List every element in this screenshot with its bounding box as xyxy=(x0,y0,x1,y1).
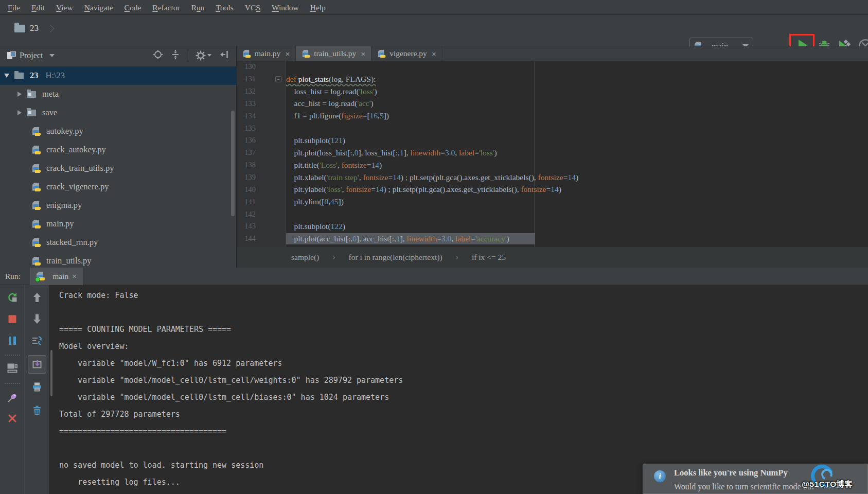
tab-label: vigenere.py xyxy=(389,49,427,58)
console-scrollbar[interactable] xyxy=(50,350,52,396)
breadcrumb-separator-icon: › xyxy=(332,253,335,262)
folder-icon xyxy=(27,110,36,116)
code-line-138: 138 plt.title('Loss', fontsize=14) xyxy=(237,159,868,171)
menu-item-navigate[interactable]: Navigate xyxy=(79,0,119,15)
project-view-select[interactable]: Project xyxy=(7,51,55,60)
run-console[interactable]: Crack mode: False===== COUNTING MODEL PA… xyxy=(49,285,868,494)
menu-item-file[interactable]: File xyxy=(2,0,26,15)
breadcrumb-item-2[interactable]: if ix <= 25 xyxy=(472,253,506,262)
menu-item-window[interactable]: Window xyxy=(266,0,305,15)
settings-gear-button[interactable] xyxy=(196,50,211,61)
pin-tab-button[interactable] xyxy=(7,392,18,403)
tree-item-crack-vigenere-py[interactable]: crack_vigenere.py xyxy=(0,178,236,196)
editor-tab-main-py[interactable]: main.py× xyxy=(237,46,296,61)
menu-item-help[interactable]: Help xyxy=(305,0,331,15)
code-text: plt.ylim([0,45]) xyxy=(286,197,344,206)
collapse-all-button[interactable] xyxy=(170,49,181,62)
editor-tab-vigenere-py[interactable]: vigenere.py× xyxy=(371,46,442,61)
tab-close-icon[interactable]: × xyxy=(361,49,365,58)
chevron-down-icon[interactable] xyxy=(49,54,55,57)
folder-icon xyxy=(14,73,24,79)
clear-all-button[interactable] xyxy=(31,404,43,416)
code-text: plt.title('Loss', fontsize=14) xyxy=(286,161,382,170)
fold-icon[interactable]: − xyxy=(275,76,281,82)
tab-close-icon[interactable]: × xyxy=(432,49,436,58)
menu-item-view[interactable]: View xyxy=(50,0,79,15)
tab-label: train_utils.py xyxy=(314,49,356,58)
menu-item-refactor[interactable]: Refactor xyxy=(147,0,185,15)
run-tab-label: main xyxy=(52,272,68,281)
code-editor[interactable]: 130131−def plot_stats(log, FLAGS):132 lo… xyxy=(237,61,868,247)
tree-item-train-utils-py[interactable]: train_utils.py xyxy=(0,252,236,268)
code-line-139: 139 plt.xlabel('train step', fontsize=14… xyxy=(237,171,868,184)
expand-arrow-icon[interactable] xyxy=(17,110,22,115)
console-line: variable "model/model_cell0/lstm_cell/we… xyxy=(59,372,868,389)
tree-item-crack-autokey-py[interactable]: crack_autokey.py xyxy=(0,140,236,159)
collapse-arrow-icon[interactable] xyxy=(4,74,9,78)
menu-bar: FileEditViewNavigateCodeRefactorRunTools… xyxy=(0,0,868,15)
expand-arrow-icon[interactable] xyxy=(17,92,22,97)
print-button[interactable] xyxy=(31,381,43,393)
restore-layout-button[interactable] xyxy=(7,362,18,374)
navigation-crumb[interactable]: 23 xyxy=(30,23,39,33)
menu-item-edit[interactable]: Edit xyxy=(26,0,50,15)
project-tree: 23H:\23metasaveautokey.pycrack_autokey.p… xyxy=(0,66,236,268)
watermark-text: @51CTO博客 xyxy=(802,479,853,490)
tree-item-label: 23 xyxy=(30,70,39,81)
python-file-icon xyxy=(32,164,41,173)
tree-item-stacked-rnn-py[interactable]: stacked_rnn.py xyxy=(0,233,236,252)
editor-tab-train-utils-py[interactable]: train_utils.py× xyxy=(296,46,371,61)
close-panel-button[interactable] xyxy=(7,413,18,424)
breadcrumb-item-1[interactable]: for i in range(len(ciphertext)) xyxy=(349,253,442,262)
python-file-icon xyxy=(32,183,41,191)
editor-area: main.py×train_utils.py×vigenere.py× 1301… xyxy=(237,46,868,268)
toolbar-separator xyxy=(188,51,188,60)
scroll-to-end-button[interactable] xyxy=(28,355,46,374)
run-toolbar-right xyxy=(25,285,49,494)
line-number: 132 xyxy=(237,87,256,96)
menu-item-run[interactable]: Run xyxy=(186,0,210,15)
code-line-134: 134 f1 = plt.figure(figsize=[16,5]) xyxy=(237,110,868,122)
line-number: 135 xyxy=(237,124,256,133)
line-number: 139 xyxy=(237,173,256,182)
locate-file-button[interactable] xyxy=(153,49,163,62)
menu-item-code[interactable]: Code xyxy=(119,0,147,15)
tree-item-meta[interactable]: meta xyxy=(0,85,236,103)
tree-item-crack-train-utils-py[interactable]: crack_train_utils.py xyxy=(0,159,236,178)
tree-item-save[interactable]: save xyxy=(0,103,236,122)
run-tab-bar: Run: main × xyxy=(0,268,868,285)
soft-wrap-button[interactable] xyxy=(31,335,43,346)
tab-close-icon[interactable]: × xyxy=(72,272,77,280)
up-stack-trace-button[interactable] xyxy=(31,292,43,303)
hide-panel-button[interactable] xyxy=(219,49,229,62)
console-line: variable "model/W_fc1:0" has 6912 parame… xyxy=(59,355,868,372)
tree-item-main-py[interactable]: main.py xyxy=(0,215,236,233)
console-line: ==================================== xyxy=(59,423,868,440)
line-number: 141 xyxy=(237,198,256,206)
folder-icon xyxy=(14,25,25,32)
tree-item-autokey-py[interactable]: autokey.py xyxy=(0,122,236,140)
fold-column: − xyxy=(256,76,286,82)
python-file-icon xyxy=(32,220,41,228)
menu-item-tools[interactable]: Tools xyxy=(210,0,239,15)
editor-tab-bar: main.py×train_utils.py×vigenere.py× xyxy=(237,46,868,61)
down-stack-trace-button[interactable] xyxy=(31,313,43,325)
toolbar-separator xyxy=(5,383,20,384)
console-line: Crack mode: False xyxy=(59,287,868,304)
stop-button[interactable] xyxy=(7,313,18,325)
tree-item-label: save xyxy=(42,108,57,118)
tree-item-enigma-py[interactable]: enigma.py xyxy=(0,196,236,215)
navigation-bar[interactable]: 23 xyxy=(14,23,53,33)
rerun-button[interactable] xyxy=(7,292,18,303)
breadcrumb-item-0[interactable]: sample() xyxy=(291,253,319,262)
run-tab-main[interactable]: main × xyxy=(30,268,83,285)
pause-output-button[interactable] xyxy=(7,335,18,346)
tree-scrollbar[interactable] xyxy=(231,111,235,216)
menu-item-vcs[interactable]: VCS xyxy=(239,0,266,15)
python-file-icon xyxy=(32,201,41,210)
tab-close-icon[interactable]: × xyxy=(285,49,290,58)
run-panel-label: Run: xyxy=(5,272,21,281)
console-line: variable "model/model_cell0/lstm_cell/bi… xyxy=(59,389,868,406)
tree-item-23[interactable]: 23H:\23 xyxy=(0,66,236,85)
line-number: 136 xyxy=(237,136,256,145)
